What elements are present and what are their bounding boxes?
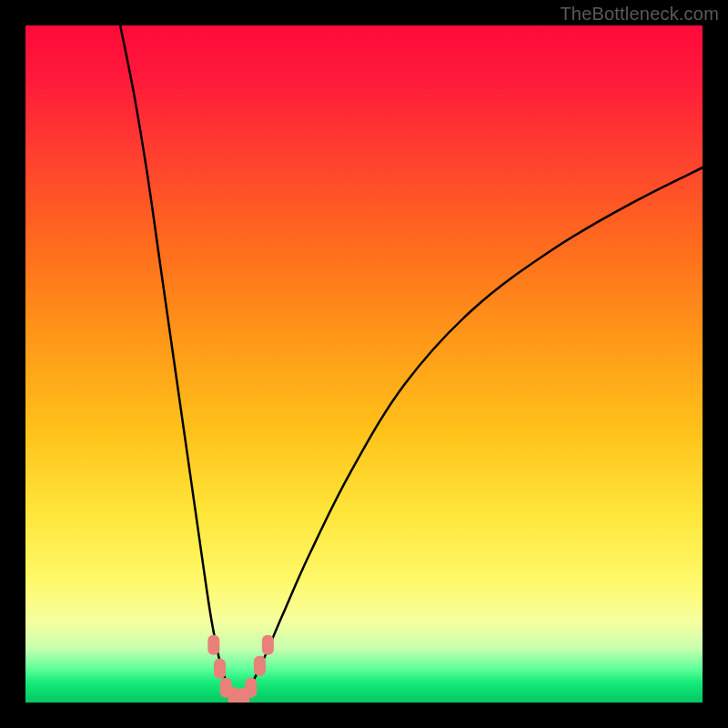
- data-marker: [254, 656, 266, 676]
- data-markers: [207, 635, 274, 703]
- chart-frame: TheBottleneck.com: [0, 0, 728, 728]
- watermark-text: TheBottleneck.com: [560, 4, 719, 25]
- plot-area: [25, 25, 703, 703]
- curve-left-branch: [120, 25, 242, 699]
- data-marker: [245, 678, 257, 698]
- data-marker: [214, 659, 226, 679]
- data-marker: [262, 635, 274, 655]
- chart-svg: [25, 25, 703, 703]
- data-marker: [207, 635, 219, 655]
- curve-right-branch: [242, 167, 703, 699]
